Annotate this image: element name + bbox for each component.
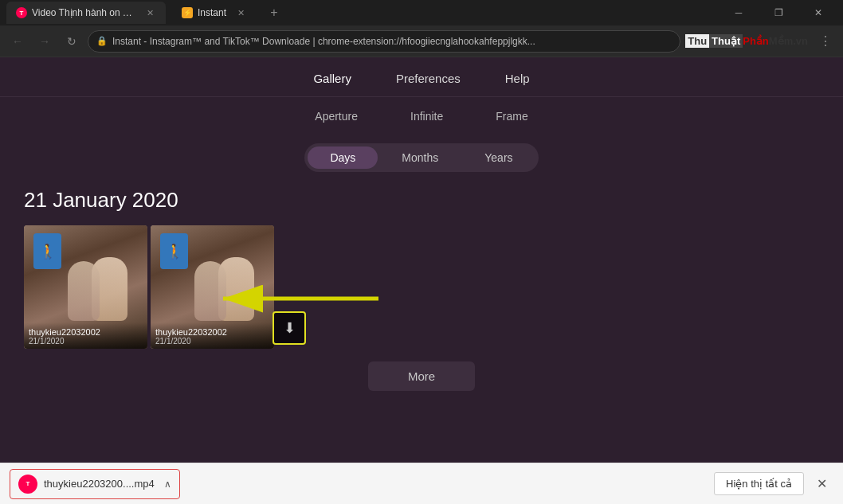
close-download-bar-button[interactable]: ✕ (810, 473, 833, 494)
media-filename-2: thuykieu22032002 (155, 327, 269, 337)
back-button[interactable]: ← (6, 30, 29, 53)
chevron-up-icon: ∧ (164, 479, 171, 490)
media-item-1[interactable]: 🚶 thuykieu22032002 21/1/2020 (24, 225, 147, 349)
title-bar: T Video Thịnh hành on TikTok ✕ ⚡ Instant… (0, 0, 843, 25)
download-filename: thuykieu2203200....mp4 (44, 478, 155, 490)
media-grid: 🚶 thuykieu22032002 21/1/2020 🚶 (24, 225, 819, 349)
brand-logo[interactable]: ThuThuậtPhầnMềm.vn (685, 34, 808, 48)
download-file-icon: T (18, 475, 37, 494)
media-item-2[interactable]: 🚶 thuykieu22032002 21/1/2020 ⬇ (151, 225, 274, 349)
tab-instant-label: Instant (198, 7, 226, 18)
extension-content: Gallery Preferences Help Aperture Infini… (0, 57, 843, 463)
brand-mem: Mềm (769, 35, 793, 47)
tab-tiktok[interactable]: T Video Thịnh hành on TikTok ✕ (6, 2, 166, 24)
date-filter-days[interactable]: Days (308, 147, 378, 169)
tiktok-icon: T (16, 7, 27, 18)
nav-preferences[interactable]: Preferences (390, 68, 467, 88)
tab-tiktok-close[interactable]: ✕ (143, 6, 156, 19)
more-button[interactable]: More (368, 361, 475, 391)
close-button[interactable]: ✕ (800, 0, 837, 25)
media-filename-1: thuykieu22032002 (29, 327, 143, 337)
media-date-1: 21/1/2020 (29, 337, 143, 346)
restore-button[interactable]: ❐ (760, 0, 797, 25)
brand-thuat: Thuật (709, 34, 743, 48)
brand-thu: Thu (685, 34, 709, 48)
download-bar-right: Hiện thị tất cả ✕ (714, 472, 833, 495)
brand-vn: vn (796, 35, 808, 47)
date-filter: Days Months Years (0, 135, 843, 180)
title-bar-left: T Video Thịnh hành on TikTok ✕ ⚡ Instant… (6, 2, 285, 24)
date-filter-group: Days Months Years (304, 143, 538, 172)
brand-phan: Phần (743, 35, 769, 47)
media-thumb-2: 🚶 thuykieu22032002 21/1/2020 (151, 225, 274, 349)
new-tab-button[interactable]: + (263, 2, 285, 24)
media-overlay-2: thuykieu22032002 21/1/2020 (151, 322, 274, 349)
more-container: More (24, 349, 819, 399)
address-bar-right: ThuThuậtPhầnMềm.vn ⋮ (685, 30, 837, 53)
gallery-content: 21 January 2020 🚶 thuykieu22032002 21/1/… (0, 180, 843, 463)
media-overlay-1: thuykieu22032002 21/1/2020 (24, 322, 147, 349)
sub-nav-aperture[interactable]: Aperture (308, 107, 364, 126)
instant-icon: ⚡ (182, 7, 193, 18)
sub-nav-frame[interactable]: Frame (489, 107, 534, 126)
minimize-button[interactable]: ─ (720, 0, 757, 25)
lock-icon: 🔒 (96, 36, 108, 46)
show-all-button[interactable]: Hiện thị tất cả (714, 472, 804, 495)
media-date-2: 21/1/2020 (155, 337, 269, 346)
download-button-overlay[interactable]: ⬇ (273, 311, 306, 345)
url-bar[interactable]: 🔒 Instant - Instagram™ and TikTok™ Downl… (88, 30, 680, 53)
window-controls: ─ ❐ ✕ (720, 0, 837, 25)
date-filter-years[interactable]: Years (462, 147, 535, 169)
url-text: Instant - Instagram™ and TikTok™ Downloa… (112, 36, 672, 47)
top-nav: Gallery Preferences Help (0, 57, 843, 97)
media-thumb-1: 🚶 thuykieu22032002 21/1/2020 (24, 225, 147, 349)
browser-menu-button[interactable]: ⋮ (814, 30, 837, 53)
forward-button[interactable]: → (33, 30, 56, 53)
nav-help[interactable]: Help (499, 68, 536, 88)
refresh-button[interactable]: ↻ (61, 30, 83, 53)
address-bar: ← → ↻ 🔒 Instant - Instagram™ and TikTok™… (0, 25, 843, 57)
download-icon: ⬇ (284, 319, 296, 337)
download-bar-item[interactable]: T thuykieu2203200....mp4 ∧ (10, 469, 180, 499)
sub-nav-infinite[interactable]: Infinite (404, 107, 449, 126)
gallery-date-header: 21 January 2020 (24, 188, 819, 213)
download-bar: T thuykieu2203200....mp4 ∧ Hiện thị tất … (0, 463, 843, 504)
tab-instant-close[interactable]: ✕ (234, 6, 247, 19)
sub-nav: Aperture Infinite Frame (0, 97, 843, 135)
nav-gallery[interactable]: Gallery (307, 68, 358, 88)
tab-instant[interactable]: ⚡ Instant ✕ (172, 2, 257, 24)
tab-tiktok-label: Video Thịnh hành on TikTok (32, 7, 135, 18)
date-filter-months[interactable]: Months (379, 147, 461, 169)
